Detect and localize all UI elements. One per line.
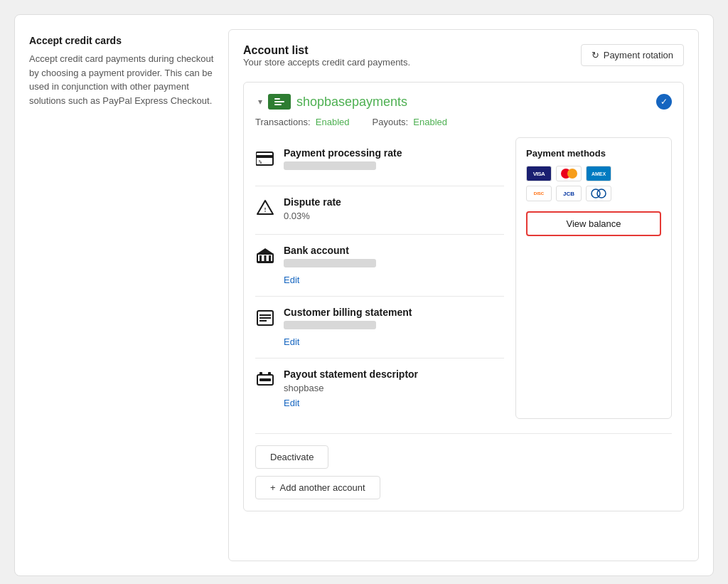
- mastercard-circles: [561, 169, 577, 179]
- transactions-label: Transactions: Enabled: [255, 117, 350, 127]
- main-content: % Payment processing rate: [255, 137, 672, 419]
- deactivate-button[interactable]: Deactivate: [255, 445, 328, 469]
- svg-text:%: %: [259, 159, 262, 165]
- right-panel: Account list Your store accepts credit c…: [228, 29, 699, 561]
- shopbase-svg-icon: [273, 97, 286, 107]
- payout-descriptor-icon: [255, 370, 275, 390]
- page-container: Accept credit cards Accept credit card p…: [14, 14, 714, 576]
- bottom-actions: Deactivate + Add another account: [255, 433, 672, 499]
- svg-rect-16: [259, 314, 271, 316]
- card-icons-row-1: VISA AMEX: [526, 166, 661, 181]
- diners-club-icon: [586, 186, 611, 201]
- svg-rect-1: [274, 98, 280, 100]
- svg-rect-2: [274, 101, 284, 102]
- payment-processing-content: Payment processing rate: [284, 147, 504, 176]
- customer-billing-icon: [255, 308, 275, 328]
- svg-point-24: [597, 189, 606, 198]
- shopbase-section: ▾ shopbasepayments ✓: [243, 82, 684, 511]
- customer-billing-edit-link[interactable]: Edit: [284, 336, 299, 347]
- dispute-rate-value: 0.03%: [284, 211, 504, 221]
- card-icons-row-2: DISC JCB: [526, 186, 661, 201]
- svg-rect-3: [274, 104, 282, 105]
- chevron-down-icon[interactable]: ▾: [258, 97, 262, 107]
- payment-rotation-label: Payment rotation: [604, 50, 673, 60]
- payment-processing-title: Payment processing rate: [284, 147, 504, 159]
- customer-billing-content: Customer billing statement Edit: [284, 307, 504, 348]
- shopbase-header: ▾ shopbasepayments ✓: [255, 94, 672, 110]
- customer-billing-block: Customer billing statement Edit: [255, 297, 504, 359]
- panel-header: Account list Your store accepts credit c…: [243, 44, 684, 79]
- rotation-icon: ↻: [592, 50, 599, 60]
- left-panel: Accept credit cards Accept credit card p…: [29, 29, 214, 561]
- add-account-button[interactable]: + Add another account: [255, 476, 380, 499]
- svg-rect-12: [264, 255, 267, 261]
- svg-rect-13: [269, 255, 271, 261]
- dispute-rate-icon: !: [255, 198, 275, 218]
- diners-svg: [591, 189, 606, 198]
- mc-circle-yellow: [567, 169, 577, 179]
- payment-methods-title: Payment methods: [526, 148, 661, 159]
- payment-methods-card: Payment methods VISA AMEX DISC: [515, 137, 672, 419]
- transactions-status: Enabled: [316, 117, 350, 127]
- bank-account-value-blur: [284, 259, 376, 267]
- payout-descriptor-block: Payout statement descriptor shopbase Edi…: [255, 359, 504, 419]
- payouts-label: Payouts: Enabled: [373, 117, 448, 127]
- amex-card-icon: AMEX: [586, 166, 611, 181]
- payment-processing-value-blur: [284, 161, 376, 170]
- view-balance-button[interactable]: View balance: [526, 211, 661, 236]
- left-panel-description: Accept credit card payments during check…: [29, 52, 214, 107]
- svg-rect-11: [259, 255, 262, 261]
- payout-descriptor-edit-link[interactable]: Edit: [284, 398, 299, 408]
- header-left: Account list Your store accepts credit c…: [243, 44, 410, 79]
- plus-icon: +: [270, 482, 276, 493]
- add-account-label: Add another account: [280, 482, 365, 493]
- bank-account-edit-link[interactable]: Edit: [284, 275, 299, 285]
- svg-rect-17: [259, 317, 271, 319]
- svg-text:!: !: [264, 206, 267, 213]
- payout-descriptor-content: Payout statement descriptor shopbase Edi…: [284, 368, 504, 409]
- bank-account-title: Bank account: [284, 245, 504, 256]
- left-panel-title: Accept credit cards: [29, 35, 214, 46]
- payout-descriptor-title: Payout statement descriptor: [284, 368, 504, 380]
- payment-rate-icon: %: [255, 149, 275, 169]
- enabled-check-icon: ✓: [656, 94, 672, 110]
- shopbase-status: Transactions: Enabled Payouts: Enabled: [255, 117, 672, 127]
- payment-processing-block: % Payment processing rate: [255, 137, 504, 186]
- bank-account-icon: [255, 246, 275, 266]
- payment-rotation-button[interactable]: ↻ Payment rotation: [581, 44, 684, 66]
- customer-billing-value-blur: [284, 321, 376, 329]
- shopbase-logo-icon: [268, 94, 291, 110]
- dispute-rate-block: ! Dispute rate 0.03%: [255, 186, 504, 235]
- dispute-rate-title: Dispute rate: [284, 196, 504, 208]
- svg-rect-21: [268, 372, 271, 375]
- payouts-status: Enabled: [413, 117, 447, 127]
- account-list-subtitle: Your store accepts credit card payments.: [243, 57, 410, 68]
- left-info: % Payment processing rate: [255, 137, 504, 419]
- mastercard-icon: [556, 166, 582, 181]
- jcb-card-icon: JCB: [556, 186, 582, 201]
- payout-descriptor-value: shopbase: [284, 383, 504, 393]
- visa-card-icon: VISA: [526, 166, 552, 181]
- discover-card-icon: DISC: [526, 186, 552, 201]
- svg-rect-14: [257, 261, 273, 262]
- customer-billing-title: Customer billing statement: [284, 307, 504, 318]
- svg-marker-10: [257, 248, 274, 254]
- svg-rect-18: [259, 320, 267, 322]
- account-list-title: Account list: [243, 44, 410, 57]
- shopbase-brand-name: shopbasepayments: [296, 95, 407, 110]
- svg-rect-20: [259, 372, 262, 375]
- dispute-rate-content: Dispute rate 0.03%: [284, 196, 504, 224]
- shopbase-logo-area: ▾ shopbasepayments: [255, 94, 407, 110]
- bank-account-content: Bank account Edit: [284, 245, 504, 286]
- svg-rect-5: [256, 155, 273, 158]
- bank-account-block: Bank account Edit: [255, 235, 504, 297]
- svg-rect-22: [259, 378, 271, 381]
